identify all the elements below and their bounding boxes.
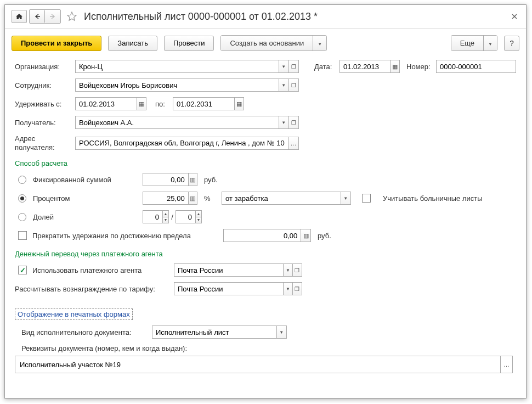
favorite-button[interactable] bbox=[66, 10, 78, 23]
radio-percent[interactable] bbox=[18, 194, 26, 203]
percent-base-input[interactable] bbox=[222, 192, 351, 205]
employee-value[interactable] bbox=[76, 79, 279, 91]
titlebar: Исполнительный лист 0000-000001 от 01.02… bbox=[5, 5, 526, 29]
withhold-to-value[interactable] bbox=[173, 98, 234, 110]
details-input[interactable] bbox=[15, 356, 513, 373]
date-input[interactable] bbox=[339, 60, 400, 73]
agent-open[interactable] bbox=[292, 264, 302, 276]
fraction-den-input[interactable]: ▲▼ bbox=[176, 210, 202, 223]
employee-input[interactable] bbox=[75, 78, 299, 92]
org-input[interactable] bbox=[75, 60, 299, 73]
percent-calc[interactable] bbox=[188, 192, 197, 204]
withhold-to-cal[interactable] bbox=[234, 98, 244, 110]
more-label: Еще bbox=[451, 36, 483, 50]
doc-type-dropdown[interactable] bbox=[276, 326, 286, 338]
doc-type-label: Вид исполнительного документа: bbox=[21, 328, 152, 336]
fraction-num-input[interactable]: ▲▼ bbox=[143, 210, 169, 223]
stop-value[interactable] bbox=[224, 229, 301, 242]
recipient-dropdown[interactable] bbox=[279, 116, 288, 128]
more-split[interactable]: Еще bbox=[451, 35, 497, 51]
home-icon bbox=[15, 13, 23, 20]
number-input[interactable] bbox=[436, 60, 516, 73]
row-fraction: Долей ▲▼ / ▲▼ bbox=[15, 210, 516, 223]
details-label: Реквизиты документа (номер, кем и когда … bbox=[21, 344, 187, 352]
close-icon bbox=[511, 13, 518, 20]
fraction-den-spinner[interactable]: ▲▼ bbox=[195, 211, 201, 223]
agent-section-title: Денежный перевод через платежного агента bbox=[15, 250, 516, 258]
percent-base-dropdown[interactable] bbox=[341, 192, 350, 204]
percent-value[interactable] bbox=[143, 192, 188, 204]
fraction-den[interactable] bbox=[176, 211, 195, 223]
withhold-from-input[interactable] bbox=[75, 97, 146, 110]
number-value[interactable] bbox=[437, 60, 516, 72]
fraction-num[interactable] bbox=[143, 211, 162, 223]
tariff-input[interactable] bbox=[174, 282, 302, 295]
withhold-to-label: по: bbox=[155, 100, 173, 108]
tariff-dropdown[interactable] bbox=[283, 283, 292, 295]
details-ellipsis[interactable] bbox=[500, 356, 512, 373]
radio-fraction[interactable] bbox=[18, 213, 26, 221]
employee-dropdown[interactable] bbox=[279, 79, 288, 91]
more-arrow[interactable] bbox=[483, 36, 497, 50]
recipient-input[interactable] bbox=[75, 116, 299, 129]
stop-calc[interactable] bbox=[301, 229, 310, 242]
agent-input[interactable] bbox=[174, 263, 302, 277]
chevron-down-icon bbox=[488, 39, 493, 47]
fixed-input[interactable] bbox=[143, 173, 197, 186]
org-value[interactable] bbox=[76, 60, 279, 72]
stop-label: Прекратить удержания по достижению преде… bbox=[32, 232, 223, 240]
percent-unit: % bbox=[204, 194, 215, 203]
fixed-calc[interactable] bbox=[188, 173, 197, 186]
stop-checkbox[interactable] bbox=[18, 231, 27, 240]
employee-open[interactable] bbox=[288, 79, 298, 91]
post-and-close-button[interactable]: Провести и закрыть bbox=[12, 36, 101, 51]
percent-base-value[interactable] bbox=[222, 192, 341, 204]
use-agent-checkbox[interactable] bbox=[18, 266, 27, 274]
withhold-from-value[interactable] bbox=[76, 98, 137, 110]
star-icon bbox=[66, 11, 77, 22]
agent-value[interactable] bbox=[174, 264, 283, 276]
stop-input[interactable] bbox=[223, 229, 311, 242]
calc-section-title: Способ расчета bbox=[15, 159, 516, 167]
row-employee: Сотрудник: bbox=[15, 78, 516, 92]
row-doc-type: Вид исполнительного документа: bbox=[15, 326, 516, 339]
tariff-value[interactable] bbox=[174, 283, 283, 295]
create-based-arrow[interactable] bbox=[313, 36, 326, 50]
org-dropdown[interactable] bbox=[279, 60, 288, 72]
back-button[interactable] bbox=[30, 10, 45, 23]
doc-type-value[interactable] bbox=[152, 326, 276, 338]
withhold-to-input[interactable] bbox=[173, 97, 244, 110]
agent-dropdown[interactable] bbox=[283, 264, 292, 276]
recipient-addr-input[interactable] bbox=[75, 137, 299, 150]
tariff-label: Рассчитывать вознаграждение по тарифу: bbox=[15, 285, 174, 293]
details-value[interactable] bbox=[15, 358, 500, 371]
date-value[interactable] bbox=[340, 60, 390, 72]
row-withhold: Удерживать с: по: bbox=[15, 97, 516, 110]
print-section-link[interactable]: Отображение в печатных формах bbox=[15, 308, 133, 320]
save-button[interactable]: Записать bbox=[108, 36, 157, 51]
recipient-open[interactable] bbox=[288, 116, 298, 128]
employee-label: Сотрудник: bbox=[15, 81, 75, 89]
post-button[interactable]: Провести bbox=[164, 36, 214, 51]
row-details-label: Реквизиты документа (номер, кем и когда … bbox=[15, 344, 516, 352]
org-open[interactable] bbox=[288, 60, 298, 72]
forward-button[interactable] bbox=[45, 10, 60, 23]
percent-input[interactable] bbox=[143, 192, 197, 205]
recipient-addr-ellipsis[interactable] bbox=[288, 137, 298, 149]
help-button[interactable]: ? bbox=[504, 36, 519, 51]
recipient-value[interactable] bbox=[76, 116, 279, 128]
radio-fixed[interactable] bbox=[18, 176, 26, 184]
doc-type-input[interactable] bbox=[152, 326, 287, 339]
fraction-num-spinner[interactable]: ▲▼ bbox=[162, 211, 168, 223]
arrow-left-icon bbox=[34, 14, 41, 19]
home-button[interactable] bbox=[12, 10, 27, 23]
recipient-addr-value[interactable] bbox=[76, 137, 288, 149]
use-agent-label: Использовать платежного агента bbox=[32, 266, 174, 274]
fixed-value[interactable] bbox=[143, 173, 188, 186]
create-based-split[interactable]: Создать на основании bbox=[220, 35, 327, 51]
date-calendar[interactable] bbox=[390, 60, 399, 72]
close-button[interactable] bbox=[510, 12, 519, 21]
tariff-open[interactable] bbox=[292, 283, 302, 295]
withhold-from-cal[interactable] bbox=[137, 98, 146, 110]
sick-leave-checkbox[interactable] bbox=[362, 194, 371, 203]
